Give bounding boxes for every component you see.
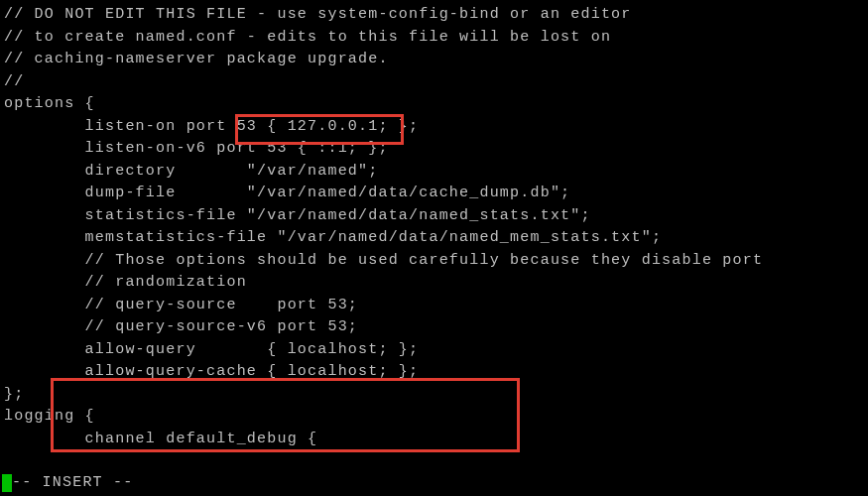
code-line: // DO NOT EDIT THIS FILE - use system-co… bbox=[4, 4, 864, 27]
code-line: // to create named.conf - edits to this … bbox=[4, 27, 864, 50]
code-line: channel default_debug { bbox=[4, 429, 864, 451]
code-line: allow-query-cache { localhost; }; bbox=[4, 361, 864, 384]
code-line: // caching-nameserver package upgrade. bbox=[4, 49, 864, 71]
cursor-indicator bbox=[2, 474, 12, 492]
vim-mode-indicator: -- INSERT -- bbox=[12, 472, 133, 495]
code-line: directory "/var/named"; bbox=[4, 161, 864, 184]
code-line: dump-file "/var/named/data/cache_dump.db… bbox=[4, 183, 864, 205]
code-line: listen-on-v6 port 53 { ::1; }; bbox=[4, 138, 864, 161]
code-line: listen-on port 53 { 127.0.0.1; }; bbox=[4, 116, 864, 139]
code-line: // randomization bbox=[4, 272, 864, 295]
code-line: allow-query { localhost; }; bbox=[4, 339, 864, 362]
code-line: memstatistics-file "/var/named/data/name… bbox=[4, 227, 864, 250]
code-line: // Those options should be used carefull… bbox=[4, 250, 864, 273]
code-line: options { bbox=[4, 93, 864, 116]
code-line: // query-source port 53; bbox=[4, 295, 864, 317]
code-line: // query-source-v6 port 53; bbox=[4, 316, 864, 339]
editor-viewport[interactable]: // DO NOT EDIT THIS FILE - use system-co… bbox=[4, 4, 864, 450]
code-line: logging { bbox=[4, 406, 864, 429]
code-line: // bbox=[4, 71, 864, 94]
code-line: statistics-file "/var/named/data/named_s… bbox=[4, 205, 864, 228]
code-line: }; bbox=[4, 384, 864, 407]
vim-status-bar: -- INSERT -- bbox=[2, 472, 866, 495]
